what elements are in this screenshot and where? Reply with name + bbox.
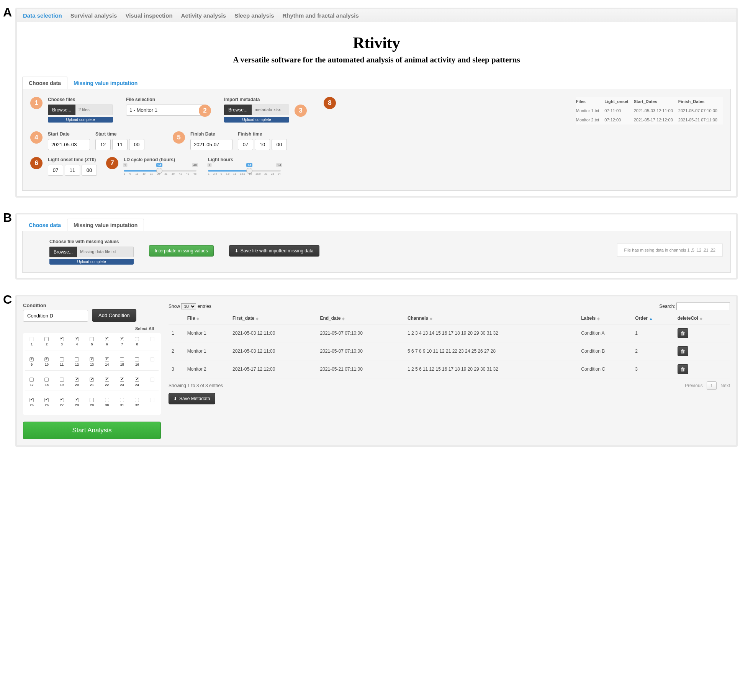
- condition-input[interactable]: [23, 310, 88, 322]
- save-metadata-button[interactable]: Save Metadata: [169, 393, 215, 404]
- entries-select[interactable]: 10: [181, 303, 196, 309]
- meta-cell: 2021-05-07 07:10:00: [678, 106, 723, 115]
- delete-row-button[interactable]: 🗑: [678, 346, 688, 356]
- search-label: Search:: [659, 304, 675, 309]
- channel-checkbox[interactable]: [29, 398, 34, 402]
- table-header[interactable]: Order▲: [632, 312, 674, 324]
- channel-checkbox[interactable]: [135, 398, 139, 402]
- finish-date-input[interactable]: [190, 139, 232, 150]
- nav-item[interactable]: Rhythm and fractal analysis: [283, 12, 359, 19]
- tab-missing-imputation[interactable]: Missing value imputation: [67, 219, 144, 231]
- file-selection-select[interactable]: 1 - Monitor 1: [126, 105, 206, 116]
- channel-checkbox[interactable]: [75, 398, 79, 402]
- zt0-m[interactable]: [65, 165, 80, 176]
- save-imputed-button[interactable]: Save file with imputted missing data: [229, 245, 319, 257]
- ld-slider-group: LD cycle period (hours) 1 24 48 16111621…: [124, 157, 196, 175]
- nav-item[interactable]: Data selection: [23, 12, 62, 19]
- table-header[interactable]: File◆: [184, 312, 229, 324]
- channel-checkbox[interactable]: [44, 357, 49, 361]
- ld-slider[interactable]: 1 24 48 16111621263136414648: [124, 165, 196, 175]
- channel-checkbox[interactable]: [105, 357, 109, 361]
- channel-checkbox[interactable]: [75, 378, 79, 382]
- light-slider[interactable]: 1 14 24 13.568.51113.51618.5212324: [208, 165, 281, 175]
- channel-cell: 31: [116, 398, 128, 407]
- channel-checkbox[interactable]: [90, 378, 94, 382]
- interpolate-button[interactable]: Interpolate missing values: [149, 245, 214, 257]
- start-time-h[interactable]: [95, 139, 111, 150]
- table-cell: 2: [169, 342, 184, 360]
- channel-checkbox: [150, 378, 154, 382]
- channel-checkbox[interactable]: [120, 357, 124, 361]
- channel-checkbox[interactable]: [44, 337, 49, 341]
- nav-item[interactable]: Visual inspection: [125, 12, 172, 19]
- channel-checkbox: [29, 337, 34, 341]
- table-header[interactable]: [169, 312, 184, 324]
- channel-checkbox[interactable]: [44, 378, 49, 382]
- channel-checkbox[interactable]: [75, 357, 79, 361]
- channel-checkbox[interactable]: [105, 398, 109, 402]
- select-all-link[interactable]: Select All: [23, 325, 161, 333]
- channel-checkbox[interactable]: [120, 398, 124, 402]
- channel-checkbox[interactable]: [29, 378, 34, 382]
- channel-checkbox[interactable]: [60, 378, 64, 382]
- nav-item[interactable]: Survival analysis: [70, 12, 117, 19]
- table-header[interactable]: Channels◆: [404, 312, 578, 324]
- start-analysis-button[interactable]: Start Analysis: [23, 422, 161, 439]
- nav-item[interactable]: Sleep analysis: [234, 12, 274, 19]
- prev-button[interactable]: Previous: [685, 383, 703, 388]
- channel-checkbox[interactable]: [90, 357, 94, 361]
- channel-checkbox[interactable]: [135, 337, 139, 341]
- channel-cell: 2: [40, 337, 53, 346]
- tab-choose-data[interactable]: Choose data: [22, 219, 67, 231]
- delete-row-button[interactable]: 🗑: [678, 364, 688, 374]
- sort-icon: ◆: [342, 317, 345, 321]
- light-min-badge: 1: [207, 163, 211, 167]
- browse-button[interactable]: Browse...: [48, 105, 75, 115]
- channel-checkbox[interactable]: [105, 337, 109, 341]
- channel-checkbox[interactable]: [75, 337, 79, 341]
- browse-button[interactable]: Browse...: [224, 105, 252, 115]
- metadata-browse[interactable]: Browse... metadata.xlsx: [224, 105, 289, 115]
- table-header[interactable]: Labels◆: [578, 312, 632, 324]
- choose-files-browse[interactable]: Browse... 2 files: [48, 105, 113, 115]
- channel-checkbox[interactable]: [105, 378, 109, 382]
- tab-choose-data[interactable]: Choose data: [22, 77, 67, 89]
- channel-checkbox[interactable]: [60, 398, 64, 402]
- channel-checkbox[interactable]: [29, 357, 34, 361]
- main-nav: Data selectionSurvival analysisVisual in…: [17, 9, 736, 22]
- search-input[interactable]: [676, 303, 730, 310]
- upload-progress: Upload complete: [49, 259, 134, 265]
- channel-checkbox[interactable]: [120, 378, 124, 382]
- zt0-s[interactable]: [82, 165, 97, 176]
- channel-checkbox[interactable]: [60, 337, 64, 341]
- tab-missing-imputation[interactable]: Missing value imputation: [67, 77, 144, 89]
- table-cell: 1: [169, 324, 184, 342]
- channel-checkbox[interactable]: [90, 337, 94, 341]
- channel-checkbox[interactable]: [44, 398, 49, 402]
- channel-checkbox[interactable]: [135, 357, 139, 361]
- channel-checkbox[interactable]: [90, 398, 94, 402]
- delete-row-button[interactable]: 🗑: [678, 328, 688, 338]
- table-header[interactable]: deleteCol◆: [674, 312, 730, 324]
- table-header[interactable]: First_date◆: [229, 312, 317, 324]
- page-number[interactable]: 1: [707, 381, 717, 390]
- add-condition-button[interactable]: Add Condition: [92, 309, 136, 322]
- channel-checkbox[interactable]: [60, 357, 64, 361]
- finish-time-m[interactable]: [255, 139, 270, 150]
- channel-number: 9: [31, 363, 33, 366]
- zt0-h[interactable]: [48, 165, 63, 176]
- start-time-m[interactable]: [112, 139, 128, 150]
- start-date-input[interactable]: [48, 139, 90, 150]
- callout-3: 3: [295, 105, 307, 117]
- channel-number: 30: [105, 403, 109, 407]
- channel-checkbox[interactable]: [120, 337, 124, 341]
- missing-browse[interactable]: Browse... Missing data file.txt: [49, 247, 134, 257]
- next-button[interactable]: Next: [720, 383, 730, 388]
- start-time-s[interactable]: [129, 139, 144, 150]
- channel-checkbox[interactable]: [135, 378, 139, 382]
- finish-time-h[interactable]: [238, 139, 253, 150]
- nav-item[interactable]: Activity analysis: [181, 12, 226, 19]
- table-header[interactable]: End_date◆: [317, 312, 404, 324]
- finish-time-s[interactable]: [272, 139, 287, 150]
- browse-button[interactable]: Browse...: [49, 247, 77, 257]
